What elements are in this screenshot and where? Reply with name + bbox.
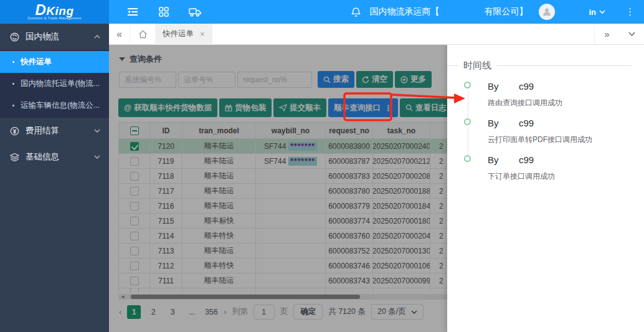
tab-label: 快件运单 (163, 29, 194, 39)
timeline-desc: 下订单接口调用成功 (488, 171, 634, 182)
brand-logo: DKing Customs & Trade Management (0, 0, 109, 24)
language-selector[interactable]: in (589, 7, 605, 17)
bullet-icon (12, 105, 14, 107)
sidebar-item-express-waybill[interactable]: 快件运单 (0, 51, 109, 73)
app-header: DKing Customs & Trade Management 国内物流承运商… (0, 0, 644, 24)
company-name-suffix: 有限公司】 (484, 6, 528, 17)
currency-icon (10, 126, 19, 136)
layers-icon (10, 153, 19, 162)
sidebar-item-domestic-consignment[interactable]: 国内物流托运单(物流... (0, 73, 109, 95)
sidebar-item-domestic-logistics[interactable]: 国内物流 (0, 24, 109, 50)
bullet-icon (12, 61, 14, 63)
bell-icon[interactable] (349, 6, 362, 18)
sidebar-item-label: 快件运单 (21, 57, 52, 67)
tab-express-waybill[interactable]: 快件运单 × (155, 24, 212, 45)
sidebar-item-fee-settlement[interactable]: 费用结算 (0, 118, 109, 144)
sidebar: 国内物流 快件运单 国内物流托运单(物流... 运输车辆信息(物流公... 费用… (0, 24, 109, 332)
timeline-item: Byc99 云打印面单转PDF接口调用成功 (464, 116, 634, 153)
timeline-desc: 云打印面单转PDF接口调用成功 (488, 135, 634, 145)
timeline-by-label: By (488, 118, 519, 128)
home-icon[interactable] (130, 24, 155, 45)
brand-name: DKing (35, 4, 73, 16)
sidebar-item-basic-info[interactable]: 基础信息 (0, 144, 109, 170)
timeline-node-icon (464, 118, 471, 125)
sidebar-item-transport-vehicle-info[interactable]: 运输车辆信息(物流公... (0, 95, 109, 116)
sidebar-item-label: 国内物流托运单(物流... (21, 78, 100, 89)
chevron-down-icon (94, 155, 100, 159)
timeline-user: c99 (519, 154, 534, 165)
sidebar-item-label: 运输车辆信息(物流公... (21, 100, 100, 111)
truck-icon[interactable] (189, 6, 201, 18)
timeline-drawer: 时间线 Byc99 路由查询接口调用成功 Byc99 云打印面单转PDF接口调用… (447, 45, 644, 332)
timeline-connector (468, 128, 468, 156)
timeline-by-label: By (488, 81, 519, 92)
timeline-title: 时间线 (458, 60, 496, 72)
tabs-dropdown-button[interactable] (619, 24, 644, 45)
collapse-menu-icon[interactable] (126, 6, 139, 18)
timeline-by-label: By (488, 154, 519, 165)
chevron-up-icon (94, 35, 100, 39)
brand-subtitle: Customs & Trade Management (27, 16, 82, 20)
tabs-scroll-left-button[interactable]: « (109, 24, 130, 45)
sync-circle-icon (10, 32, 19, 42)
close-icon[interactable]: × (200, 29, 205, 39)
bullet-icon (12, 83, 14, 85)
chevron-down-icon (94, 129, 100, 133)
tab-bar: « 快件运单 × » (109, 24, 644, 45)
divider-line (496, 65, 632, 66)
timeline-item: Byc99 下订单接口调用成功 (464, 153, 634, 190)
sidebar-item-label: 基础信息 (26, 151, 59, 163)
user-avatar[interactable] (539, 4, 555, 20)
sidebar-item-label: 费用结算 (26, 125, 59, 136)
sidebar-item-label: 国内物流 (26, 31, 59, 42)
timeline-item: Byc99 路由查询接口调用成功 (464, 80, 634, 116)
sidebar-submenu: 快件运单 国内物流托运单(物流... 运输车辆信息(物流公... (0, 50, 109, 118)
timeline-desc: 路由查询接口调用成功 (488, 98, 634, 108)
tabs-scroll-right-button[interactable]: » (594, 24, 619, 45)
chevron-down-icon (599, 10, 605, 14)
timeline-node-icon (464, 82, 471, 88)
timeline-connector (468, 91, 468, 119)
divider-line (447, 65, 458, 66)
apps-grid-icon[interactable] (158, 6, 170, 18)
header-main: 国内物流承运商【 有限公司】 in ⋮ (109, 0, 644, 24)
company-name-prefix: 国内物流承运商【 (369, 6, 439, 17)
header-more-menu[interactable]: ⋮ (625, 6, 635, 17)
timeline-user: c99 (519, 81, 534, 92)
timeline-user: c99 (519, 118, 534, 128)
timeline-title-divider: 时间线 (447, 60, 644, 72)
timeline-list: Byc99 路由查询接口调用成功 Byc99 云打印面单转PDF接口调用成功 B… (464, 80, 634, 190)
timeline-node-icon (464, 155, 471, 162)
